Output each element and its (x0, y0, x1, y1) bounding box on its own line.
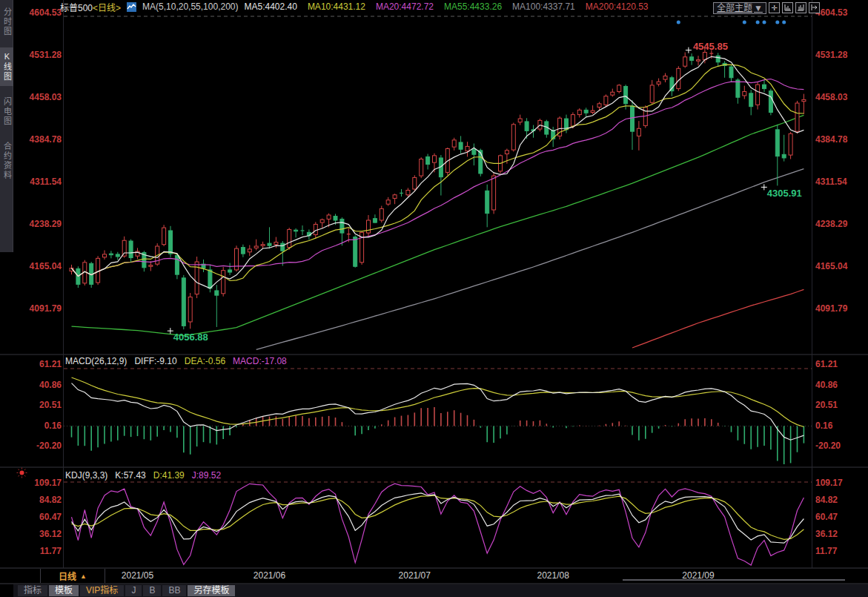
ma-slow-lines (72, 115, 804, 349)
tab-4[interactable]: B (143, 585, 161, 596)
date-label: 2021/06 (246, 570, 294, 581)
svg-text:4056.88: 4056.88 (173, 332, 208, 343)
kdj-axis-right: 109.1784.8260.4736.1211.77 (815, 0, 867, 568)
period-selector[interactable]: 日线 ▲ (40, 569, 105, 583)
alert-dot-icon (16, 467, 27, 478)
chevron-down-icon: ▼ (754, 4, 763, 13)
indicator-icon[interactable] (127, 2, 136, 12)
sidebar-item-1[interactable]: K线图 (0, 47, 13, 86)
axis-tick-label: 36.12 (815, 529, 838, 539)
ma-fast-lines (72, 56, 804, 288)
axis-tick-label: 11.77 (40, 546, 62, 556)
ma-value-label: MA55:4433.26 (444, 1, 502, 12)
macd-panel (72, 377, 804, 464)
chart-canvas[interactable]: 4056.884545.854305.91 (0, 0, 868, 597)
sidebar-item-3[interactable]: 合约资料 (0, 137, 13, 185)
macd-title: MACD(26,12,9) (65, 356, 127, 366)
chart-header: 标普500<日线> MA(5,10,20,55,100,200) MA5:440… (60, 1, 649, 13)
theme-selector-label: 全部主题 (717, 4, 752, 13)
macd-dea-value: DEA:-0.56 (185, 356, 225, 366)
period-tag: <日线> (93, 3, 121, 13)
left-sidebar: 分时图K线图闪电图合约资料 (0, 0, 13, 252)
event-dots (677, 21, 786, 24)
axis-tick-label: 84.82 (39, 495, 62, 505)
axis-tick-label: 36.12 (39, 529, 62, 539)
candlestick-series (70, 47, 806, 329)
axis-tick-label: 109.17 (815, 478, 843, 488)
ma-value-label: MA10:4431.12 (308, 1, 365, 12)
kdj-pane-header: KDJ(9,3,3) K:57.43 D:41.39 J:89.52 (65, 470, 221, 481)
ma-value-label: MA100:4337.71 (512, 1, 575, 12)
triangle-up-icon: ▲ (80, 573, 87, 580)
tab-6[interactable]: 另存模板 (188, 585, 235, 596)
tab-3[interactable]: J (125, 585, 142, 596)
tab-0[interactable]: 指标 (18, 585, 47, 596)
axis-tick-label: 11.77 (815, 546, 837, 556)
date-label: 2021/09 (675, 570, 722, 581)
pan-right-icon[interactable] (809, 2, 820, 13)
ma-value-label: MA200:4120.53 (586, 1, 649, 12)
ma-value-label: MA5:4402.40 (244, 1, 296, 12)
date-label: 2021/08 (529, 570, 577, 581)
scale-axis-icon[interactable] (782, 2, 793, 13)
kdj-title: KDJ(9,3,3) (65, 470, 107, 481)
sidebar-item-0[interactable]: 分时图 (0, 3, 13, 41)
bottom-tab-bar: 指标模板VIP指标JBBB另存模板 (13, 584, 868, 597)
date-label: 2021/05 (114, 570, 162, 581)
macd-macd-value: MACD:-17.08 (233, 356, 287, 366)
svg-text:4545.85: 4545.85 (693, 41, 728, 52)
indicator-axis-icon[interactable] (795, 2, 806, 13)
tab-2[interactable]: VIP指标 (80, 585, 124, 596)
period-selector-label: 日线 (59, 570, 76, 582)
macd-diff-value: DIFF:-9.10 (134, 356, 176, 366)
axis-tick-label: 60.47 (39, 512, 62, 522)
theme-selector-button[interactable]: 全部主题▼ (713, 2, 766, 14)
ma-value-label: MA20:4472.72 (376, 1, 434, 12)
tab-1[interactable]: 模板 (49, 585, 79, 596)
svg-text:4305.91: 4305.91 (767, 188, 802, 199)
macd-pane-header: MACD(26,12,9) DIFF:-9.10 DEA:-0.56 MACD:… (65, 356, 287, 366)
kdj-panel (72, 484, 804, 565)
kdj-d-value: D:41.39 (153, 470, 185, 481)
axis-tick-label: 109.17 (34, 478, 62, 488)
kdj-j-value: J:89.52 (192, 470, 221, 481)
axis-tick-label: 60.47 (815, 512, 838, 522)
kdj-axis-left: 109.1784.8260.4736.1211.77 (15, 0, 62, 568)
ma-settings-label: MA(5,10,20,55,100,200) (142, 1, 238, 12)
kdj-k-value: K:57.43 (115, 470, 145, 481)
axis-tick-label: 84.82 (815, 495, 838, 505)
crosshair-icon[interactable]: ✛ (769, 2, 780, 13)
sidebar-item-2[interactable]: 闪电图 (0, 93, 13, 131)
ma-values: MA5:4402.40MA10:4431.12MA20:4472.72MA55:… (244, 1, 648, 12)
symbol-name: 标普500 (60, 3, 93, 13)
price-annotations: 4056.884545.854305.91 (168, 41, 802, 343)
time-axis: 日线 ▲ 2021/052021/062021/072021/082021/09 (0, 569, 868, 583)
trading-app-window: 4056.884545.854305.91 分时图K线图闪电图合约资料 标普50… (0, 0, 868, 597)
date-label: 2021/07 (391, 570, 438, 581)
tab-5[interactable]: BB (162, 585, 186, 596)
